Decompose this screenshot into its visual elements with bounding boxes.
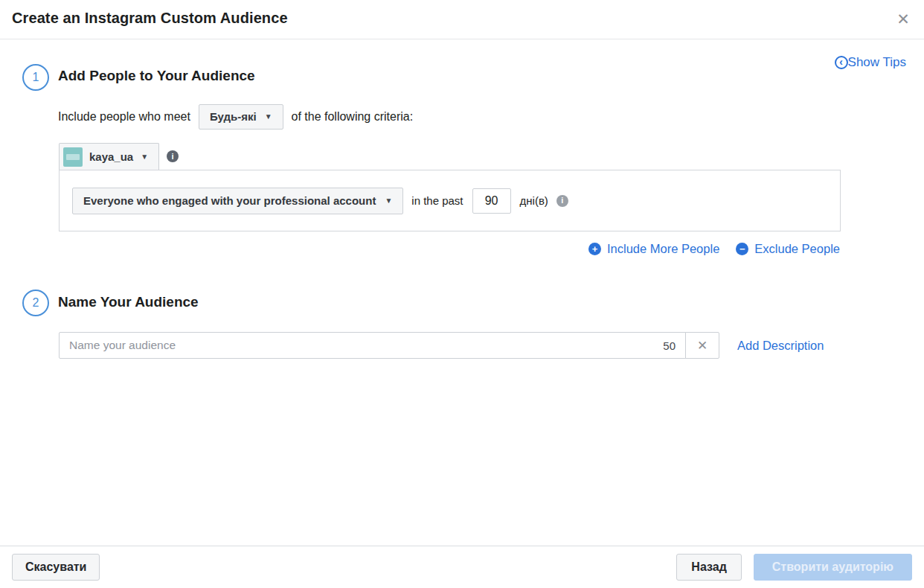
create-instagram-custom-audience-dialog: Create an Instagram Custom Audience ✕ ‹ … — [0, 0, 924, 588]
criteria-suffix-label: of the following criteria: — [292, 110, 414, 124]
dialog-footer: Скасувати Назад Створити аудиторію — [0, 546, 924, 588]
audience-name-row: 50 ✕ Add Description — [59, 332, 824, 359]
account-avatar — [63, 147, 83, 167]
clear-name-icon[interactable]: ✕ — [685, 332, 719, 359]
include-more-label: Include More People — [607, 242, 719, 256]
account-row: kaya_ua ▼ i — [59, 143, 179, 170]
criteria-prefix-label: Include people who meet — [58, 110, 190, 124]
account-info-icon[interactable]: i — [167, 150, 179, 162]
include-more-people-link[interactable]: + Include More People — [588, 242, 719, 256]
days-input[interactable] — [472, 188, 511, 214]
dialog-title: Create an Instagram Custom Audience — [12, 10, 288, 27]
minus-circle-icon: − — [736, 243, 748, 255]
close-icon[interactable]: ✕ — [893, 9, 914, 30]
chevron-down-icon: ▼ — [265, 113, 272, 121]
dialog-header: Create an Instagram Custom Audience ✕ — [0, 0, 924, 39]
show-tips-link[interactable]: ‹ Show Tips — [835, 55, 906, 70]
days-unit-label: дні(в) — [520, 194, 548, 207]
engagement-value: Everyone who engaged with your professio… — [83, 194, 376, 207]
days-info-icon[interactable]: i — [556, 195, 568, 207]
step2-heading: Name Your Audience — [58, 294, 199, 310]
match-type-dropdown[interactable]: Будь-які ▼ — [199, 104, 283, 130]
audience-name-input[interactable] — [69, 339, 655, 352]
step2-circle: 2 — [22, 290, 49, 316]
create-audience-button[interactable]: Створити аудиторію — [754, 554, 912, 581]
criteria-panel: Everyone who engaged with your professio… — [59, 170, 841, 231]
account-dropdown[interactable]: kaya_ua ▼ — [59, 143, 159, 170]
account-avatar-logo — [66, 154, 80, 160]
back-button[interactable]: Назад — [676, 554, 741, 581]
account-name: kaya_ua — [89, 150, 133, 163]
in-the-past-label: in the past — [411, 194, 463, 207]
step1-heading: Add People to Your Audience — [58, 68, 255, 84]
footer-right-actions: Назад Створити аудиторію — [676, 554, 912, 581]
add-description-link[interactable]: Add Description — [737, 339, 824, 353]
match-type-value: Будь-які — [210, 110, 257, 123]
show-tips-label: Show Tips — [848, 55, 906, 70]
cancel-button[interactable]: Скасувати — [12, 554, 100, 581]
audience-name-field: 50 — [59, 332, 686, 359]
exclude-people-link[interactable]: − Exclude People — [736, 242, 840, 256]
engagement-dropdown[interactable]: Everyone who engaged with your professio… — [72, 188, 403, 214]
plus-circle-icon: + — [588, 243, 601, 255]
step1-circle: 1 — [22, 64, 49, 91]
criteria-sentence: Include people who meet Будь-які ▼ of th… — [58, 103, 413, 130]
tips-chevron-icon: ‹ — [835, 56, 848, 69]
exclude-label: Exclude People — [754, 242, 840, 256]
audience-links-row: + Include More People − Exclude People — [588, 242, 840, 256]
char-counter: 50 — [663, 339, 676, 352]
chevron-down-icon: ▼ — [385, 197, 392, 205]
chevron-down-icon: ▼ — [141, 153, 148, 161]
